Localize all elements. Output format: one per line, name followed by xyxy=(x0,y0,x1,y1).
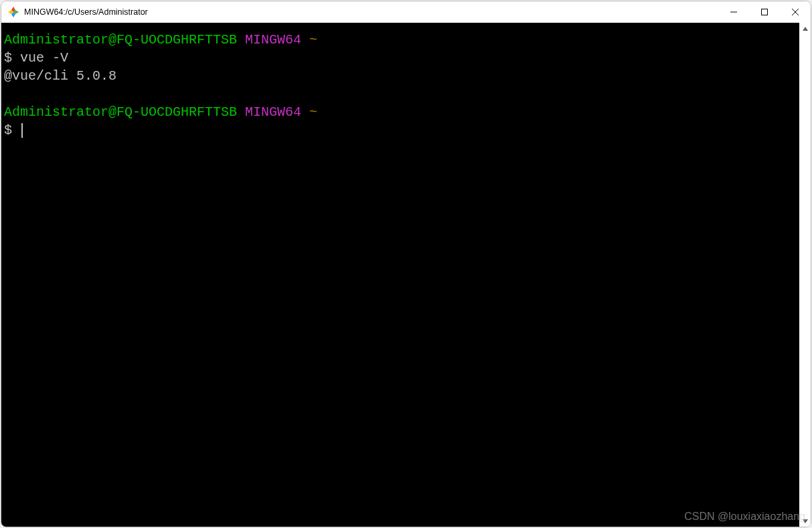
prompt-user-host: Administrator@FQ-UOCDGHRFTTSB xyxy=(4,32,237,48)
prompt-path: ~ xyxy=(309,32,317,48)
terminal-line: $ vue -V xyxy=(4,49,797,67)
terminal-line: Administrator@FQ-UOCDGHRFTTSB MINGW64 ~ xyxy=(4,31,797,49)
svg-rect-5 xyxy=(762,9,768,15)
scroll-down-icon[interactable] xyxy=(799,515,811,527)
scrollbar[interactable] xyxy=(799,23,811,527)
terminal-line: @vue/cli 5.0.8 xyxy=(4,67,797,85)
terminal-line xyxy=(4,85,797,103)
maximize-button[interactable] xyxy=(749,1,780,23)
scroll-up-icon[interactable] xyxy=(799,23,811,34)
terminal-body[interactable]: Administrator@FQ-UOCDGHRFTTSB MINGW64 ~$… xyxy=(1,23,799,527)
minimize-button[interactable] xyxy=(718,1,749,23)
svg-marker-8 xyxy=(803,27,808,31)
command-text: vue -V xyxy=(20,50,68,66)
terminal-window: MINGW64:/c/Users/Administrator Administr… xyxy=(1,1,811,527)
cursor xyxy=(21,123,23,138)
prompt-user-host: Administrator@FQ-UOCDGHRFTTSB xyxy=(4,104,237,120)
window-title: MINGW64:/c/Users/Administrator xyxy=(24,7,148,17)
prompt-symbol: $ xyxy=(4,122,20,138)
terminal-line: Administrator@FQ-UOCDGHRFTTSB MINGW64 ~ xyxy=(4,103,797,121)
titlebar[interactable]: MINGW64:/c/Users/Administrator xyxy=(1,1,811,23)
window-controls xyxy=(718,1,811,23)
terminal-line: $ xyxy=(4,121,797,139)
prompt-path: ~ xyxy=(309,104,317,120)
output-text: @vue/cli 5.0.8 xyxy=(4,68,116,84)
close-button[interactable] xyxy=(780,1,811,23)
client-area: Administrator@FQ-UOCDGHRFTTSB MINGW64 ~$… xyxy=(1,23,811,527)
svg-marker-9 xyxy=(803,519,808,523)
prompt-symbol: $ xyxy=(4,50,20,66)
prompt-env: MINGW64 xyxy=(245,32,301,48)
prompt-env: MINGW64 xyxy=(245,104,301,120)
app-icon xyxy=(8,7,19,17)
